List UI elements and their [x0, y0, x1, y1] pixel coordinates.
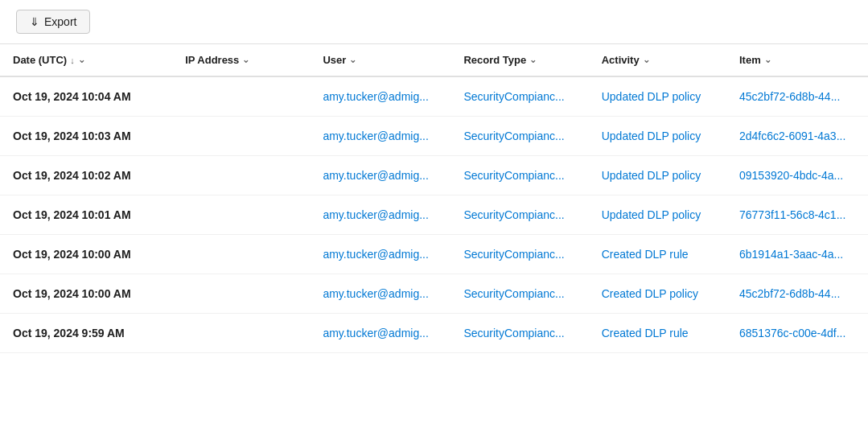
table-row[interactable]: Oct 19, 2024 9:59 AMamy.tucker@admig...S… [0, 314, 868, 353]
cell-activity[interactable]: Updated DLP policy [589, 117, 726, 156]
cell-user[interactable]: amy.tucker@admig... [310, 314, 450, 353]
cell-record-type[interactable]: SecurityCompianc... [450, 195, 588, 235]
export-label: Export [44, 15, 76, 28]
cell-user[interactable]: amy.tucker@admig... [310, 117, 450, 156]
col-header-user: User ⌄ [310, 44, 450, 76]
table-row[interactable]: Oct 19, 2024 10:01 AMamy.tucker@admig...… [0, 195, 868, 235]
cell-user[interactable]: amy.tucker@admig... [310, 195, 450, 235]
ip-col-label: IP Address [185, 54, 239, 66]
cell-user[interactable]: amy.tucker@admig... [310, 274, 450, 314]
cell-date: Oct 19, 2024 10:03 AM [0, 117, 172, 156]
cell-date: Oct 19, 2024 10:04 AM [0, 76, 172, 117]
sort-asc-icon: ↓ [70, 56, 75, 65]
date-col-label: Date (UTC) [13, 54, 67, 66]
export-icon: ⇓ [30, 15, 39, 28]
cell-activity[interactable]: Created DLP rule [589, 235, 726, 274]
cell-ip [172, 156, 310, 195]
cell-item[interactable]: 76773f11-56c8-4c1... [726, 195, 868, 235]
cell-activity[interactable]: Created DLP policy [589, 274, 726, 314]
cell-item[interactable]: 2d4fc6c2-6091-4a3... [726, 117, 868, 156]
user-col-label: User [323, 54, 346, 66]
user-sort-icon: ⌄ [349, 55, 356, 65]
cell-item[interactable]: 6851376c-c00e-4df... [726, 314, 868, 353]
audit-log-table: Date (UTC) ↓ ⌄ IP Address ⌄ User ⌄ [0, 44, 868, 353]
toolbar: ⇓ Export [0, 0, 868, 44]
record-type-sort-button[interactable]: Record Type ⌄ [463, 54, 537, 66]
table-header: Date (UTC) ↓ ⌄ IP Address ⌄ User ⌄ [0, 44, 868, 76]
cell-item[interactable]: 45c2bf72-6d8b-44... [726, 274, 868, 314]
cell-activity[interactable]: Updated DLP policy [589, 76, 726, 117]
cell-record-type[interactable]: SecurityCompianc... [450, 117, 588, 156]
cell-ip [172, 235, 310, 274]
item-col-label: Item [739, 54, 761, 66]
cell-item[interactable]: 6b1914a1-3aac-4a... [726, 235, 868, 274]
cell-record-type[interactable]: SecurityCompianc... [450, 274, 588, 314]
col-header-ip: IP Address ⌄ [172, 44, 310, 76]
activity-sort-button[interactable]: Activity ⌄ [602, 54, 650, 66]
ip-sort-icon: ⌄ [242, 55, 249, 65]
cell-user[interactable]: amy.tucker@admig... [310, 156, 450, 195]
record-type-sort-icon: ⌄ [529, 55, 537, 65]
item-sort-button[interactable]: Item ⌄ [739, 54, 771, 66]
cell-date: Oct 19, 2024 10:00 AM [0, 274, 172, 314]
cell-activity[interactable]: Updated DLP policy [589, 156, 726, 195]
table-row[interactable]: Oct 19, 2024 10:00 AMamy.tucker@admig...… [0, 274, 868, 314]
sort-toggle-icon: ⌄ [78, 55, 85, 65]
ip-sort-button[interactable]: IP Address ⌄ [185, 54, 249, 66]
item-sort-icon: ⌄ [764, 55, 771, 65]
export-button[interactable]: ⇓ Export [16, 10, 90, 34]
cell-record-type[interactable]: SecurityCompianc... [450, 235, 588, 274]
cell-activity[interactable]: Created DLP rule [589, 314, 726, 353]
cell-record-type[interactable]: SecurityCompianc... [450, 76, 588, 117]
table-row[interactable]: Oct 19, 2024 10:02 AMamy.tucker@admig...… [0, 156, 868, 195]
cell-ip [172, 76, 310, 117]
user-sort-button[interactable]: User ⌄ [323, 54, 356, 66]
cell-item[interactable]: 45c2bf72-6d8b-44... [726, 76, 868, 117]
col-header-record-type: Record Type ⌄ [450, 44, 588, 76]
cell-date: Oct 19, 2024 10:00 AM [0, 235, 172, 274]
activity-col-label: Activity [602, 54, 640, 66]
cell-ip [172, 195, 310, 235]
cell-date: Oct 19, 2024 9:59 AM [0, 314, 172, 353]
col-header-date: Date (UTC) ↓ ⌄ [0, 44, 172, 76]
date-sort-button[interactable]: Date (UTC) ↓ ⌄ [13, 54, 85, 66]
table-body: Oct 19, 2024 10:04 AMamy.tucker@admig...… [0, 76, 868, 353]
cell-record-type[interactable]: SecurityCompianc... [450, 314, 588, 353]
cell-record-type[interactable]: SecurityCompianc... [450, 156, 588, 195]
cell-ip [172, 117, 310, 156]
table-row[interactable]: Oct 19, 2024 10:04 AMamy.tucker@admig...… [0, 76, 868, 117]
cell-date: Oct 19, 2024 10:01 AM [0, 195, 172, 235]
header-row: Date (UTC) ↓ ⌄ IP Address ⌄ User ⌄ [0, 44, 868, 76]
cell-user[interactable]: amy.tucker@admig... [310, 235, 450, 274]
cell-item[interactable]: 09153920-4bdc-4a... [726, 156, 868, 195]
record-type-col-label: Record Type [463, 54, 526, 66]
cell-user[interactable]: amy.tucker@admig... [310, 76, 450, 117]
table-row[interactable]: Oct 19, 2024 10:00 AMamy.tucker@admig...… [0, 235, 868, 274]
cell-ip [172, 314, 310, 353]
col-header-item: Item ⌄ [726, 44, 868, 76]
col-header-activity: Activity ⌄ [589, 44, 726, 76]
cell-activity[interactable]: Updated DLP policy [589, 195, 726, 235]
activity-sort-icon: ⌄ [643, 55, 650, 65]
cell-ip [172, 274, 310, 314]
table-row[interactable]: Oct 19, 2024 10:03 AMamy.tucker@admig...… [0, 117, 868, 156]
cell-date: Oct 19, 2024 10:02 AM [0, 156, 172, 195]
audit-log-table-container: Date (UTC) ↓ ⌄ IP Address ⌄ User ⌄ [0, 44, 868, 353]
